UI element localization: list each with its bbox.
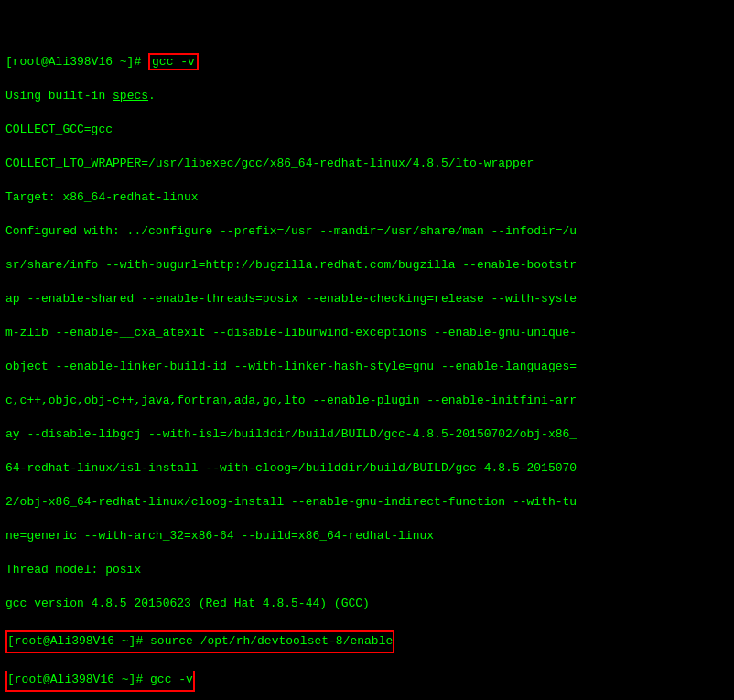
line-19: [root@Ali398V16 ~]# gcc -v [5, 671, 195, 692]
line-1: [root@Ali398V16 ~]# gcc -v [5, 54, 729, 71]
line-11: c,c++,objc,obj-c++,java,fortran,ada,go,l… [5, 393, 729, 410]
line-7: sr/share/info --with-bugurl=http://bugzi… [5, 257, 729, 275]
line-4: COLLECT_LTO_WRAPPER=/usr/libexec/gcc/x86… [5, 156, 729, 173]
line-15: ne=generic --with-arch_32=x86-64 --build… [5, 528, 729, 545]
line-13: 64-redhat-linux/isl-install --with-cloog… [5, 460, 729, 478]
line-18: [root@Ali398V16 ~]# source /opt/rh/devto… [5, 630, 394, 653]
line-5: Target: x86_64-redhat-linux [5, 189, 729, 207]
cmd-gcc-v-second: gcc -v [150, 673, 193, 686]
prompt-3: [root@Ali398V16 ~]# [7, 673, 150, 686]
line-3: COLLECT_GCC=gcc [5, 122, 729, 139]
terminal: [root@Ali398V16 ~]# gcc -v Using built-i… [5, 4, 729, 700]
line-9: m-zlib --enable-__cxa_atexit --disable-l… [5, 325, 729, 342]
cmd-gcc-v-first: gcc -v [148, 53, 199, 70]
line-12: ay --disable-libgcj --with-isl=/builddir… [5, 426, 729, 444]
line-2: Using built-in specs. [5, 88, 729, 105]
prompt-1: [root@Ali398V16 ~]# [5, 55, 148, 69]
line-16: Thread model: posix [5, 562, 729, 579]
line-8: ap --enable-shared --enable-threads=posi… [5, 291, 729, 308]
prompt-2: [root@Ali398V16 ~]# [7, 634, 150, 648]
cmd-source: source /opt/rh/devtoolset-8/enable [150, 634, 393, 648]
line-6: Configured with: ../configure --prefix=/… [5, 223, 729, 241]
line-10: object --enable-linker-build-id --with-l… [5, 359, 729, 376]
line-17: gcc version 4.8.5 20150623 (Red Hat 4.8.… [5, 596, 729, 613]
line-14: 2/obj-x86_64-redhat-linux/cloog-install … [5, 494, 729, 512]
